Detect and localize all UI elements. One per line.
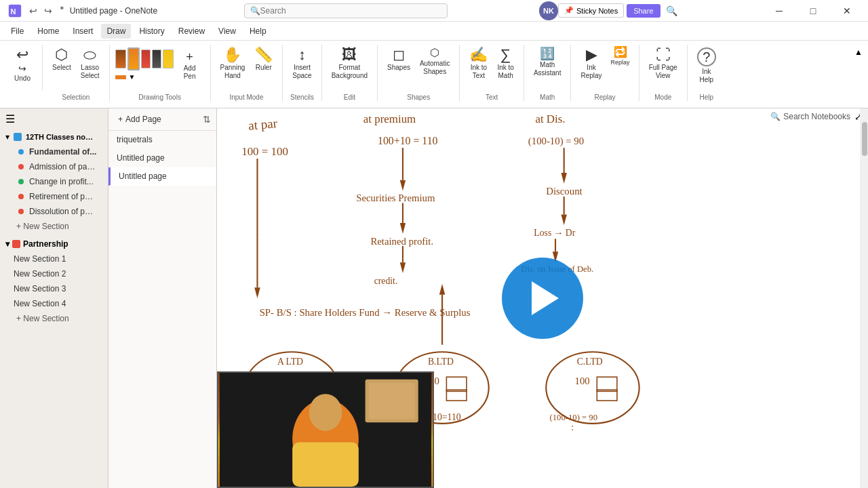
sidebar-new4-label: New Section 4 xyxy=(14,299,66,308)
pen-dark[interactable] xyxy=(152,49,161,68)
select-button[interactable]: ⬡ Select xyxy=(48,45,75,91)
maximize-button[interactable]: □ xyxy=(797,0,829,22)
ink-replay-button[interactable]: ▶ InkReplay xyxy=(576,45,606,91)
svg-point-55 xyxy=(309,394,342,431)
redo-button[interactable]: ↪ xyxy=(42,3,54,18)
share-button[interactable]: Share xyxy=(627,4,660,18)
page-item-untitled2[interactable]: Untitled page xyxy=(108,167,216,186)
sidebar-item-retirement-label: Retirement of par... xyxy=(29,192,97,201)
add-section2-button[interactable]: + New Section xyxy=(0,311,108,326)
sidebar-item-fundamental-label: Fundamental of... xyxy=(29,147,96,157)
menu-help[interactable]: Help xyxy=(244,24,272,39)
ink-to-math-button[interactable]: ∑ Ink toMath xyxy=(493,45,517,91)
ribbon-collapse-button[interactable]: ▲ xyxy=(852,45,865,60)
play-button[interactable] xyxy=(502,258,583,339)
search-notebooks-icon[interactable]: 🔍 xyxy=(666,5,677,16)
automatic-shapes-button[interactable]: ⬡ AutomaticShapes xyxy=(416,45,454,91)
search-input[interactable] xyxy=(260,6,441,16)
page-panel: + Add Page ⇅ triquetrals Untitled page U… xyxy=(108,108,217,488)
sidebar-item-retirement[interactable]: Retirement of par... xyxy=(0,189,108,204)
sidebar-item-new4[interactable]: New Section 4 xyxy=(0,296,108,311)
replay-button[interactable]: 🔁 Replay xyxy=(608,45,633,66)
stencils-group-label: Stencils xyxy=(288,94,315,101)
scrollbar-thumb[interactable] xyxy=(862,122,867,156)
notebook-header[interactable]: ▾ 12TH Classes notes xyxy=(0,129,108,144)
vertical-scrollbar[interactable] xyxy=(860,108,868,488)
full-page-view-button[interactable]: ⛶ Full PageView xyxy=(645,45,682,91)
undo-button[interactable]: ↩ xyxy=(27,3,39,18)
sidebar-new1-label: New Section 1 xyxy=(14,254,66,264)
highlighter-yellow[interactable] xyxy=(163,49,174,68)
undo-ribbon-button[interactable]: ↩ ↪ Undo xyxy=(8,45,37,91)
math-group-label: Math xyxy=(530,94,566,101)
svg-marker-16 xyxy=(400,262,406,273)
sidebar-item-new1[interactable]: New Section 1 xyxy=(0,251,108,266)
svg-text::: : xyxy=(571,422,574,432)
menu-history[interactable]: History xyxy=(134,24,170,39)
svg-text:Discount: Discount xyxy=(546,186,583,197)
math-assistant-button[interactable]: 🔢 MathAssistant xyxy=(530,45,566,91)
page-item-triquetrals[interactable]: triquetrals xyxy=(108,131,216,149)
ribbon-group-selection: ⬡ Select ⬭ LassoSelect Selection xyxy=(43,45,110,101)
sidebar-item-change-label: Change in profit... xyxy=(29,177,94,186)
insert-space-button[interactable]: ↕ InsertSpace xyxy=(288,45,315,91)
ribbon-group-input-mode: ✋ PanningHand 📏 Ruler Input Mode xyxy=(211,45,283,101)
sticky-notes-button[interactable]: 📌 Sticky Notes xyxy=(558,3,624,18)
ribbon-group-undo: ↩ ↪ Undo xyxy=(3,45,43,91)
pen-orange-active[interactable] xyxy=(127,47,140,70)
ribbon-group-text: ✍ Ink toText ∑ Ink toMath Text xyxy=(460,45,524,101)
add-pen-button[interactable]: + AddPen xyxy=(175,45,205,91)
minimize-button[interactable]: ─ xyxy=(764,0,795,22)
text-group-label: Text xyxy=(465,94,517,101)
search-icon: 🔍 xyxy=(250,6,260,16)
menu-draw[interactable]: Draw xyxy=(101,24,131,39)
svg-text:100+10 = 110: 100+10 = 110 xyxy=(378,135,438,146)
pen-red[interactable] xyxy=(141,49,151,68)
sidebar-item-new2[interactable]: New Section 2 xyxy=(0,266,108,281)
ribbon-group-replay: ▶ InkReplay 🔁 Replay Replay xyxy=(571,45,639,101)
svg-text:100: 100 xyxy=(575,375,590,386)
page-item-untitled1[interactable]: Untitled page xyxy=(108,149,216,167)
page-title: Untitled page - OneNote xyxy=(70,6,157,16)
svg-text:SP- B/S : Share Holders Fund →: SP- B/S : Share Holders Fund → Reserve &… xyxy=(260,307,471,318)
add-page-button[interactable]: + Add Page xyxy=(114,113,165,126)
close-button[interactable]: ✕ xyxy=(831,0,863,22)
hamburger-menu[interactable]: ☰ xyxy=(5,113,15,125)
sidebar-item-change[interactable]: Change in profit... xyxy=(0,174,108,189)
ribbon-group-math: 🔢 MathAssistant Math xyxy=(524,45,572,101)
sidebar-item-dissolution[interactable]: Dissolution of par... xyxy=(0,204,108,219)
format-background-button[interactable]: 🖼 FormatBackground xyxy=(328,45,372,91)
add-section-button[interactable]: + New Section xyxy=(0,219,108,234)
svg-rect-45 xyxy=(597,377,617,391)
pen-brown[interactable] xyxy=(115,49,126,68)
replay-group-label: Replay xyxy=(576,94,633,101)
shapes-button[interactable]: ◻ Shapes xyxy=(383,45,414,91)
svg-rect-56 xyxy=(292,443,359,487)
ribbon-group-edit: 🖼 FormatBackground Edit xyxy=(322,45,378,101)
sort-pages-button[interactable]: ⇅ xyxy=(203,114,211,125)
notebook-content: 🔍 Search Notebooks ⤢ at par 100 = 100 at… xyxy=(217,108,868,488)
svg-text:(100-10) = 90: (100-10) = 90 xyxy=(550,413,597,422)
menu-home[interactable]: Home xyxy=(32,24,64,39)
ribbon-group-mode: ⛶ Full PageView Mode xyxy=(639,45,688,101)
menu-review[interactable]: Review xyxy=(173,24,210,39)
lasso-select-button[interactable]: ⬭ LassoSelect xyxy=(77,45,104,91)
ruler-button[interactable]: 📏 Ruler xyxy=(250,45,277,91)
menu-view[interactable]: View xyxy=(213,24,241,39)
panning-hand-button[interactable]: ✋ PanningHand xyxy=(216,45,250,91)
menu-insert[interactable]: Insert xyxy=(67,24,98,39)
sidebar-item-new3[interactable]: New Section 3 xyxy=(0,281,108,296)
svg-text:A LTD: A LTD xyxy=(277,357,303,367)
ink-to-text-button[interactable]: ✍ Ink toText xyxy=(465,45,492,91)
ribbon-group-drawing-tools: ▼ + AddPen Drawing Tools xyxy=(110,45,211,101)
partnership-group-header[interactable]: ▾ Partnership xyxy=(0,237,108,251)
pen-dropdown[interactable]: ▼ xyxy=(129,73,136,81)
ink-help-button[interactable]: ? InkHelp xyxy=(693,45,720,91)
svg-text:C.LTD: C.LTD xyxy=(577,357,603,367)
svg-marker-13 xyxy=(400,223,406,234)
sidebar-item-admission[interactable]: Admission of part... xyxy=(0,159,108,174)
menu-file[interactable]: File xyxy=(5,24,29,39)
sidebar-item-fundamental[interactable]: Fundamental of... xyxy=(0,144,108,159)
search-bar[interactable]: 🔍 xyxy=(244,3,448,18)
sidebar-header[interactable]: ☰ xyxy=(0,108,108,129)
